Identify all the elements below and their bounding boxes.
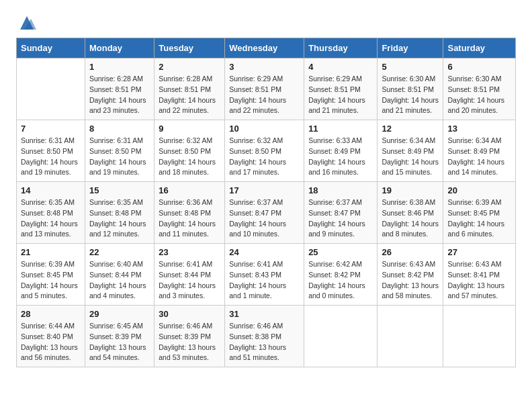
day-info: Sunrise: 6:29 AMSunset: 8:51 PMDaylight:… — [308, 74, 373, 116]
day-cell: 28Sunrise: 6:44 AMSunset: 8:40 PMDayligh… — [17, 306, 85, 367]
day-cell: 4Sunrise: 6:29 AMSunset: 8:51 PMDaylight… — [304, 58, 378, 120]
header-cell-sunday: Sunday — [17, 38, 85, 58]
day-info: Sunrise: 6:34 AMSunset: 8:49 PMDaylight:… — [447, 136, 511, 178]
day-info: Sunrise: 6:34 AMSunset: 8:49 PMDaylight:… — [382, 136, 439, 178]
day-info: Sunrise: 6:46 AMSunset: 8:39 PMDaylight:… — [159, 321, 220, 363]
logo — [16, 13, 36, 32]
day-cell: 7Sunrise: 6:31 AMSunset: 8:50 PMDaylight… — [17, 120, 85, 182]
day-cell: 3Sunrise: 6:29 AMSunset: 8:51 PMDaylight… — [225, 58, 304, 120]
day-number: 21 — [21, 247, 81, 257]
day-number: 27 — [447, 247, 511, 257]
day-number: 29 — [89, 309, 150, 319]
day-info: Sunrise: 6:43 AMSunset: 8:41 PMDaylight:… — [447, 259, 511, 302]
week-row-3: 21Sunrise: 6:39 AMSunset: 8:45 PMDayligh… — [17, 244, 516, 306]
day-cell: 5Sunrise: 6:30 AMSunset: 8:51 PMDaylight… — [378, 58, 443, 120]
day-number: 19 — [382, 185, 439, 195]
day-cell: 6Sunrise: 6:30 AMSunset: 8:51 PMDaylight… — [443, 58, 516, 120]
day-info: Sunrise: 6:28 AMSunset: 8:51 PMDaylight:… — [159, 74, 220, 116]
day-cell: 20Sunrise: 6:39 AMSunset: 8:45 PMDayligh… — [443, 182, 516, 244]
day-number: 5 — [382, 62, 439, 72]
day-info: Sunrise: 6:41 AMSunset: 8:43 PMDaylight:… — [229, 259, 300, 302]
day-cell: 19Sunrise: 6:38 AMSunset: 8:46 PMDayligh… — [378, 182, 443, 244]
calendar-table: SundayMondayTuesdayWednesdayThursdayFrid… — [16, 38, 516, 367]
day-cell: 26Sunrise: 6:43 AMSunset: 8:42 PMDayligh… — [378, 244, 443, 306]
day-cell: 29Sunrise: 6:45 AMSunset: 8:39 PMDayligh… — [85, 306, 154, 367]
day-cell: 18Sunrise: 6:37 AMSunset: 8:47 PMDayligh… — [304, 182, 378, 244]
day-cell: 24Sunrise: 6:41 AMSunset: 8:43 PMDayligh… — [225, 244, 304, 306]
day-cell: 10Sunrise: 6:32 AMSunset: 8:50 PMDayligh… — [225, 120, 304, 182]
day-cell: 12Sunrise: 6:34 AMSunset: 8:49 PMDayligh… — [378, 120, 443, 182]
day-info: Sunrise: 6:35 AMSunset: 8:48 PMDaylight:… — [21, 197, 81, 240]
day-info: Sunrise: 6:30 AMSunset: 8:51 PMDaylight:… — [382, 74, 439, 116]
day-info: Sunrise: 6:38 AMSunset: 8:46 PMDaylight:… — [382, 197, 439, 240]
header-cell-thursday: Thursday — [304, 38, 378, 58]
day-number: 10 — [229, 124, 300, 134]
day-info: Sunrise: 6:36 AMSunset: 8:48 PMDaylight:… — [159, 197, 220, 240]
header-cell-friday: Friday — [378, 38, 443, 58]
day-cell: 8Sunrise: 6:31 AMSunset: 8:50 PMDaylight… — [85, 120, 154, 182]
day-info: Sunrise: 6:46 AMSunset: 8:38 PMDaylight:… — [229, 321, 300, 363]
day-info: Sunrise: 6:29 AMSunset: 8:51 PMDaylight:… — [229, 74, 300, 116]
week-row-2: 14Sunrise: 6:35 AMSunset: 8:48 PMDayligh… — [17, 182, 516, 244]
header-cell-tuesday: Tuesday — [154, 38, 225, 58]
day-cell: 9Sunrise: 6:32 AMSunset: 8:50 PMDaylight… — [154, 120, 225, 182]
day-info: Sunrise: 6:28 AMSunset: 8:51 PMDaylight:… — [89, 74, 150, 116]
day-number: 1 — [89, 62, 150, 72]
day-cell: 13Sunrise: 6:34 AMSunset: 8:49 PMDayligh… — [443, 120, 516, 182]
day-cell: 1Sunrise: 6:28 AMSunset: 8:51 PMDaylight… — [85, 58, 154, 120]
day-cell: 11Sunrise: 6:33 AMSunset: 8:49 PMDayligh… — [304, 120, 378, 182]
day-info: Sunrise: 6:40 AMSunset: 8:44 PMDaylight:… — [89, 259, 150, 302]
day-info: Sunrise: 6:44 AMSunset: 8:40 PMDaylight:… — [21, 321, 81, 363]
day-number: 2 — [159, 62, 220, 72]
week-row-1: 7Sunrise: 6:31 AMSunset: 8:50 PMDaylight… — [17, 120, 516, 182]
day-info: Sunrise: 6:32 AMSunset: 8:50 PMDaylight:… — [229, 136, 300, 178]
day-info: Sunrise: 6:30 AMSunset: 8:51 PMDaylight:… — [447, 74, 511, 116]
day-info: Sunrise: 6:37 AMSunset: 8:47 PMDaylight:… — [308, 197, 373, 240]
day-number: 25 — [308, 247, 373, 257]
day-info: Sunrise: 6:41 AMSunset: 8:44 PMDaylight:… — [159, 259, 220, 302]
week-row-0: 1Sunrise: 6:28 AMSunset: 8:51 PMDaylight… — [17, 58, 516, 120]
day-info: Sunrise: 6:39 AMSunset: 8:45 PMDaylight:… — [447, 197, 511, 240]
day-info: Sunrise: 6:42 AMSunset: 8:42 PMDaylight:… — [308, 259, 373, 302]
calendar-header-row: SundayMondayTuesdayWednesdayThursdayFrid… — [17, 38, 516, 58]
day-info: Sunrise: 6:45 AMSunset: 8:39 PMDaylight:… — [89, 321, 150, 363]
day-number: 9 — [159, 124, 220, 134]
day-cell: 21Sunrise: 6:39 AMSunset: 8:45 PMDayligh… — [17, 244, 85, 306]
day-info: Sunrise: 6:39 AMSunset: 8:45 PMDaylight:… — [21, 259, 81, 302]
day-number: 6 — [447, 62, 511, 72]
day-info: Sunrise: 6:37 AMSunset: 8:47 PMDaylight:… — [229, 197, 300, 240]
header-cell-wednesday: Wednesday — [225, 38, 304, 58]
day-number: 22 — [89, 247, 150, 257]
day-number: 20 — [447, 185, 511, 195]
day-cell — [304, 306, 378, 367]
day-cell — [378, 306, 443, 367]
day-cell: 17Sunrise: 6:37 AMSunset: 8:47 PMDayligh… — [225, 182, 304, 244]
day-cell: 25Sunrise: 6:42 AMSunset: 8:42 PMDayligh… — [304, 244, 378, 306]
header-cell-monday: Monday — [85, 38, 154, 58]
day-number: 8 — [89, 124, 150, 134]
day-info: Sunrise: 6:31 AMSunset: 8:50 PMDaylight:… — [21, 136, 81, 178]
day-cell — [443, 306, 516, 367]
day-info: Sunrise: 6:31 AMSunset: 8:50 PMDaylight:… — [89, 136, 150, 178]
day-cell: 16Sunrise: 6:36 AMSunset: 8:48 PMDayligh… — [154, 182, 225, 244]
day-number: 3 — [229, 62, 300, 72]
day-cell: 23Sunrise: 6:41 AMSunset: 8:44 PMDayligh… — [154, 244, 225, 306]
day-cell: 14Sunrise: 6:35 AMSunset: 8:48 PMDayligh… — [17, 182, 85, 244]
day-number: 15 — [89, 185, 150, 195]
day-number: 24 — [229, 247, 300, 257]
day-number: 26 — [382, 247, 439, 257]
day-number: 18 — [308, 185, 373, 195]
day-cell: 27Sunrise: 6:43 AMSunset: 8:41 PMDayligh… — [443, 244, 516, 306]
day-cell: 15Sunrise: 6:35 AMSunset: 8:48 PMDayligh… — [85, 182, 154, 244]
day-info: Sunrise: 6:43 AMSunset: 8:42 PMDaylight:… — [382, 259, 439, 302]
day-cell: 30Sunrise: 6:46 AMSunset: 8:39 PMDayligh… — [154, 306, 225, 367]
day-number: 17 — [229, 185, 300, 195]
day-number: 11 — [308, 124, 373, 134]
day-number: 23 — [159, 247, 220, 257]
day-number: 31 — [229, 309, 300, 319]
day-number: 28 — [21, 309, 81, 319]
day-cell: 2Sunrise: 6:28 AMSunset: 8:51 PMDaylight… — [154, 58, 225, 120]
day-cell: 22Sunrise: 6:40 AMSunset: 8:44 PMDayligh… — [85, 244, 154, 306]
day-number: 30 — [159, 309, 220, 319]
day-number: 4 — [308, 62, 373, 72]
